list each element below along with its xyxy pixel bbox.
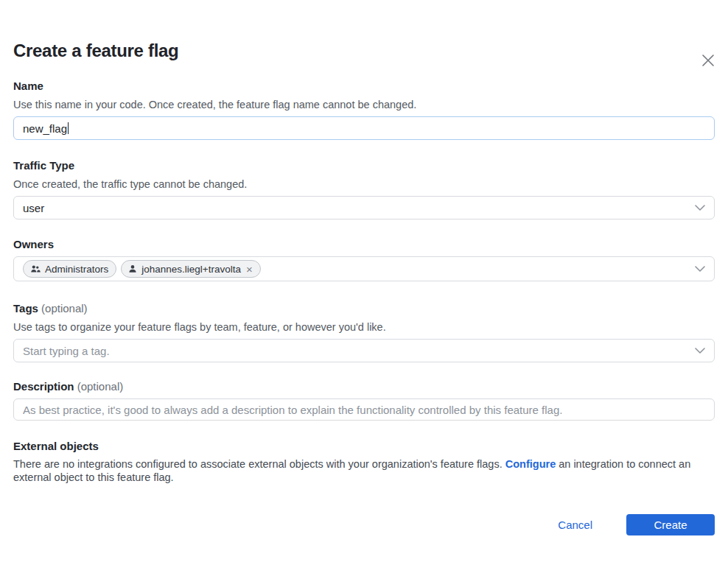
description-label: Description (optional) xyxy=(13,380,715,393)
create-feature-flag-dialog: Create a feature flag Name Use this name… xyxy=(0,40,728,562)
traffic-type-label: Traffic Type xyxy=(13,159,715,172)
chevron-down-icon xyxy=(695,205,705,211)
tags-input[interactable] xyxy=(23,340,695,362)
tags-label: Tags (optional) xyxy=(13,302,715,315)
owner-chip-label: johannes.liegl+travolta xyxy=(141,264,241,275)
create-button[interactable]: Create xyxy=(626,514,715,535)
name-input-value: new_flag xyxy=(23,122,67,135)
close-icon[interactable] xyxy=(700,52,716,69)
traffic-type-helper-text: Once created, the traffic type cannot be… xyxy=(13,178,715,191)
description-section: Description (optional) xyxy=(13,380,715,421)
group-icon xyxy=(30,264,41,273)
tags-label-text: Tags xyxy=(13,302,38,315)
tags-optional-text: (optional) xyxy=(41,302,88,315)
tags-section: Tags (optional) Use tags to organize you… xyxy=(13,302,715,362)
external-objects-label: External objects xyxy=(13,440,715,453)
traffic-type-section: Traffic Type Once created, the traffic t… xyxy=(13,159,715,219)
remove-owner-icon[interactable]: × xyxy=(246,264,253,275)
configure-link[interactable]: Configure xyxy=(505,458,556,470)
description-field-wrap[interactable] xyxy=(13,398,715,421)
tags-select[interactable] xyxy=(13,339,715,362)
chevron-down-icon xyxy=(695,348,705,354)
external-text-before: There are no integrations configured to … xyxy=(13,458,503,470)
owner-chip-user[interactable]: johannes.liegl+travolta × xyxy=(121,260,260,278)
traffic-type-select[interactable]: user xyxy=(13,196,715,219)
description-label-text: Description xyxy=(13,380,74,393)
text-cursor xyxy=(68,122,69,134)
name-helper-text: Use this name in your code. Once created… xyxy=(13,98,715,111)
name-label: Name xyxy=(13,80,715,93)
owner-chip-label: Administrators xyxy=(45,264,108,275)
chevron-down-icon xyxy=(695,266,705,272)
traffic-type-value: user xyxy=(23,202,44,214)
description-input[interactable] xyxy=(23,399,705,420)
person-icon xyxy=(128,264,137,273)
name-section: Name Use this name in your code. Once cr… xyxy=(13,80,715,140)
name-input[interactable]: new_flag xyxy=(13,116,715,140)
cancel-button[interactable]: Cancel xyxy=(558,519,592,531)
owners-label: Owners xyxy=(13,238,715,251)
external-objects-text: There are no integrations configured to … xyxy=(13,457,715,484)
close-icon-glyph xyxy=(700,52,716,69)
owners-select[interactable]: Administrators johannes.liegl+travolta × xyxy=(13,256,715,281)
tags-helper-text: Use tags to organize your feature flags … xyxy=(13,320,715,334)
owner-chip-administrators[interactable]: Administrators xyxy=(23,260,116,278)
page-title: Create a feature flag xyxy=(13,40,715,61)
external-objects-section: External objects There are no integratio… xyxy=(13,440,715,484)
owners-section: Owners Administrators xyxy=(13,238,715,281)
dialog-footer: Cancel Create xyxy=(13,514,715,535)
description-optional-text: (optional) xyxy=(77,380,124,393)
